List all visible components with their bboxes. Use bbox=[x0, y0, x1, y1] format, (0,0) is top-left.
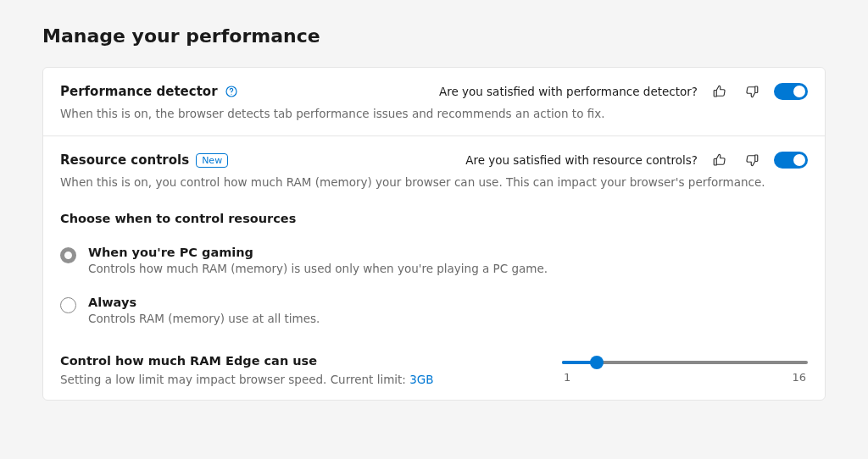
ram-slider-description: Setting a low limit may impact browser s… bbox=[60, 373, 528, 386]
resource-controls-toggle[interactable] bbox=[774, 152, 808, 169]
resource-controls-title: Resource controls bbox=[60, 152, 189, 168]
radio-description: Controls how much RAM (memory) is used o… bbox=[88, 262, 548, 275]
thumbs-down-icon bbox=[744, 84, 760, 99]
ram-slider-heading: Control how much RAM Edge can use bbox=[60, 354, 528, 368]
ram-slider-handle[interactable] bbox=[590, 356, 604, 369]
choose-when-heading: Choose when to control resources bbox=[60, 212, 808, 225]
thumbs-down-button[interactable] bbox=[742, 81, 762, 102]
radio-button[interactable] bbox=[60, 247, 76, 263]
radio-label: Always bbox=[88, 296, 320, 309]
thumbs-up-icon bbox=[712, 84, 727, 99]
thumbs-down-button[interactable] bbox=[742, 150, 762, 170]
ram-slider-track[interactable] bbox=[562, 361, 808, 364]
performance-detector-satisfaction-text: Are you satisfied with performance detec… bbox=[439, 85, 698, 98]
resource-controls-section: Resource controls New Are you satisfied … bbox=[43, 135, 825, 399]
help-icon[interactable] bbox=[225, 85, 238, 98]
thumbs-up-icon bbox=[712, 152, 727, 168]
radio-label: When you're PC gaming bbox=[88, 246, 548, 259]
thumbs-up-button[interactable] bbox=[709, 81, 730, 102]
current-limit-link[interactable]: 3GB bbox=[409, 373, 433, 386]
radio-option-always[interactable]: Always Controls RAM (memory) use at all … bbox=[60, 289, 808, 339]
resource-controls-satisfaction-text: Are you satisfied with resource controls… bbox=[465, 153, 698, 167]
svg-point-1 bbox=[231, 94, 231, 95]
thumbs-up-button[interactable] bbox=[709, 150, 730, 170]
settings-card: Performance detector Are you satisfied w… bbox=[42, 67, 826, 401]
radio-description: Controls RAM (memory) use at all times. bbox=[88, 312, 320, 325]
performance-detector-section: Performance detector Are you satisfied w… bbox=[43, 68, 825, 135]
slider-min-label: 1 bbox=[564, 371, 570, 384]
page-title: Manage your performance bbox=[42, 25, 826, 47]
performance-detector-toggle[interactable] bbox=[774, 83, 808, 100]
new-badge: New bbox=[196, 153, 228, 168]
performance-detector-description: When this is on, the browser detects tab… bbox=[60, 105, 808, 122]
slider-max-label: 16 bbox=[792, 371, 806, 384]
thumbs-down-icon bbox=[744, 152, 760, 168]
radio-button[interactable] bbox=[60, 297, 76, 313]
resource-controls-description: When this is on, you control how much RA… bbox=[60, 174, 808, 191]
performance-detector-title: Performance detector bbox=[60, 84, 218, 99]
radio-option-pc-gaming[interactable]: When you're PC gaming Controls how much … bbox=[60, 239, 808, 289]
